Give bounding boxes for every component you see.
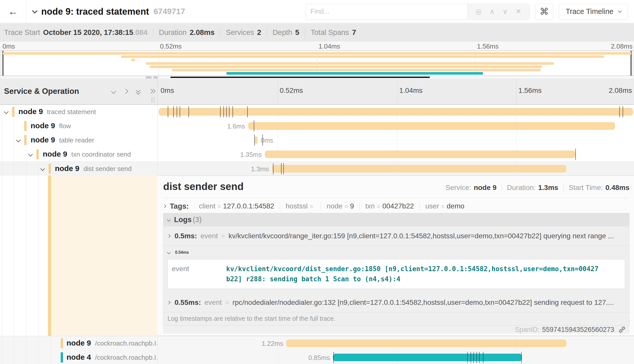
span-name-cell[interactable]: node 9flow (0, 119, 157, 133)
log-marker-tick[interactable] (229, 106, 229, 117)
collapse-chevron-icon[interactable] (4, 109, 8, 114)
span-bar[interactable] (265, 151, 576, 158)
log-marker-tick[interactable] (283, 163, 284, 174)
span-bar-cell[interactable]: 1.6ms (158, 119, 634, 133)
span-name-cell[interactable]: node 4/cockroach.roachpb.I… (0, 350, 157, 364)
logs-header[interactable]: Logs (3) (163, 213, 629, 226)
log-marker-tick[interactable] (254, 135, 255, 146)
log-marker-tick[interactable] (479, 352, 480, 363)
log-marker-tick[interactable] (467, 352, 468, 363)
scrollbar-grip[interactable] (146, 76, 152, 78)
expand-log-chevron-icon[interactable] (167, 234, 171, 238)
log-marker-tick[interactable] (262, 135, 263, 146)
span-name-cell[interactable]: node 9txn coordinator send (0, 147, 157, 161)
log-marker-tick[interactable] (188, 106, 189, 117)
find-input[interactable] (306, 4, 468, 19)
log-marker-tick[interactable] (575, 149, 576, 160)
span-row-table-reader[interactable]: node 9table reader 0ms (0, 133, 634, 147)
collapse-chevron-icon[interactable] (40, 166, 45, 171)
collapse-chevron-icon[interactable] (28, 152, 33, 156)
span-bar-cell[interactable]: 1.22ms (158, 336, 634, 350)
minimap-canvas[interactable] (0, 51, 634, 76)
span-row-node9-roachpb[interactable]: node 9/cockroach.roachpb.I… 1.22ms (0, 336, 634, 350)
next-match-icon[interactable]: ∨ (502, 7, 508, 16)
log-marker-tick[interactable] (220, 106, 221, 117)
minimap-tick: 1.56ms (477, 42, 499, 50)
clear-search-icon[interactable]: ✕ (516, 7, 521, 16)
minimap-scrollbar[interactable] (0, 76, 634, 78)
log-row-3[interactable]: 0.55ms: event = rpc/nodedialer/nodediale… (163, 293, 629, 312)
collapse-one-icon[interactable] (111, 89, 116, 94)
log-marker-tick[interactable] (173, 106, 174, 117)
span-bar[interactable] (333, 354, 522, 361)
column-resizer-handle[interactable]: || (151, 96, 155, 103)
span-name-cell[interactable]: node 9table reader (0, 133, 157, 147)
log-marker-tick[interactable] (623, 106, 623, 117)
view-select-dropdown[interactable]: Trace Timeline (559, 4, 628, 19)
expand-log-chevron-icon[interactable] (167, 301, 171, 304)
log-marker-tick[interactable] (471, 352, 471, 363)
span-row-traced-statement[interactable]: node 9traced statement (0, 105, 634, 119)
span-bar-cell[interactable]: 1.35ms (158, 147, 634, 161)
span-bar[interactable] (248, 122, 615, 130)
indent-guide (38, 162, 38, 176)
span-bar[interactable] (272, 165, 566, 173)
prev-match-icon[interactable]: ∧ (490, 7, 495, 16)
log-marker-tick[interactable] (483, 352, 483, 363)
span-row-node4-roachpb[interactable]: node 4/cockroach.roachpb.I… 0.85ms (0, 350, 634, 364)
indent-guide (14, 176, 14, 336)
log-marker-tick[interactable] (168, 106, 168, 117)
log-marker-tick[interactable] (273, 163, 273, 174)
log-marker-tick[interactable] (180, 106, 180, 117)
copy-link-icon[interactable] (618, 326, 626, 333)
span-bar[interactable] (255, 136, 258, 144)
log-marker-tick[interactable] (247, 106, 248, 117)
tags-row[interactable]: Tags: client=127.0.0.1:54582hostssl=node… (163, 202, 629, 210)
log-marker-tick[interactable] (476, 352, 477, 363)
log-marker-tick[interactable] (619, 106, 620, 117)
span-bar-cell[interactable]: 0.85ms (158, 350, 634, 364)
log-marker-tick[interactable] (254, 120, 254, 132)
span-name-cell[interactable]: node 9dist sender send (0, 162, 157, 176)
keyboard-shortcuts-button[interactable]: ⌘ (535, 4, 553, 19)
log-marker-tick[interactable] (233, 106, 233, 117)
expand-one-icon[interactable] (123, 89, 128, 94)
log-row-1[interactable]: 0.5ms: event = kv/kvclient/kvcoord/range… (163, 226, 629, 246)
span-bar-cell[interactable]: 1.3ms (158, 162, 634, 176)
log-marker-tick[interactable] (473, 352, 474, 363)
collapse-chevron-icon[interactable] (16, 138, 20, 142)
summary-services: Services 2 (220, 28, 267, 37)
span-rows: node 9traced statement node 9flow 1.6ms (0, 105, 634, 176)
collapse-log-chevron-icon[interactable] (167, 251, 171, 254)
span-row-txn-coordinator-send[interactable]: node 9txn coordinator send 1.35ms (0, 147, 634, 161)
collapse-trace-chevron-icon[interactable] (32, 8, 37, 13)
collapse-all-icon[interactable] (136, 89, 141, 94)
scrollbar-grip[interactable] (153, 76, 158, 78)
operation-name: traced statement (47, 108, 96, 116)
expand-tags-chevron-icon[interactable] (163, 204, 166, 208)
span-name-cell[interactable]: node 9/cockroach.roachpb.I… (0, 336, 157, 350)
span-bar-cell[interactable]: 0ms (158, 133, 634, 147)
log-marker-tick[interactable] (177, 106, 177, 117)
span-bar[interactable] (159, 108, 633, 116)
span-row-flow[interactable]: node 9flow 1.6ms (0, 119, 634, 133)
log-marker-tick[interactable] (333, 352, 334, 363)
span-name-cell[interactable]: node 9traced statement (0, 105, 157, 119)
log-row-2-header[interactable]: 0.54ms (163, 246, 629, 259)
summary-value: 5 (295, 28, 299, 37)
collapse-logs-chevron-icon[interactable] (167, 218, 171, 222)
back-button[interactable]: ← (0, 0, 26, 23)
minimap-tick: 2.08ms (611, 42, 632, 50)
log-marker-tick[interactable] (281, 163, 282, 174)
scrollbar-thumb[interactable] (171, 77, 430, 78)
detail-header: dist sender send Service: node 9 Duratio… (163, 181, 629, 192)
span-bar-cell[interactable] (158, 105, 634, 119)
span-bar[interactable] (286, 339, 566, 347)
service-operation-title: Service & Operation (4, 87, 112, 96)
expand-all-icon[interactable] (149, 89, 154, 94)
locate-icon[interactable]: ◎ (476, 7, 482, 16)
log-marker-tick[interactable] (226, 106, 227, 117)
log-marker-tick[interactable] (521, 352, 522, 363)
log-marker-tick[interactable] (223, 106, 224, 117)
span-row-dist-sender-send[interactable]: node 9dist sender send 1.3ms (0, 161, 634, 176)
